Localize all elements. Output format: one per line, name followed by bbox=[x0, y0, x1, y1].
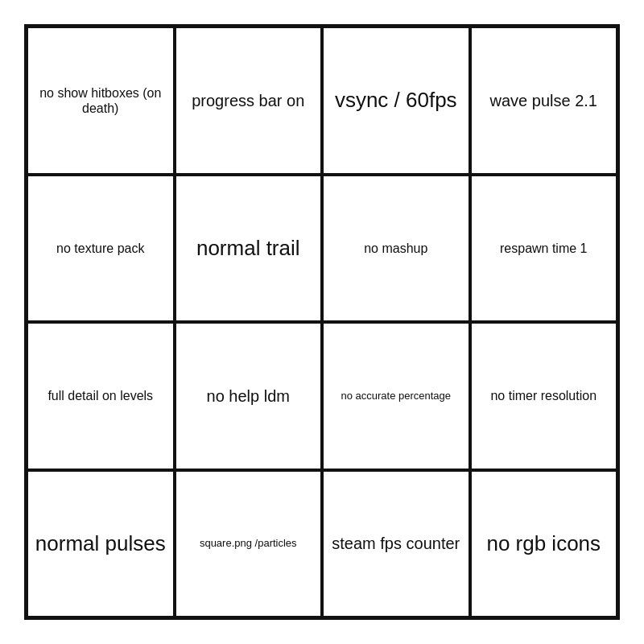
cell-label-r2c1: no help ldm bbox=[207, 386, 290, 406]
cell-label-r3c2: steam fps counter bbox=[332, 534, 460, 553]
cell-label-r3c0: normal pulses bbox=[35, 531, 166, 556]
bingo-cell-r3c1[interactable]: square.png /particles bbox=[175, 470, 323, 618]
bingo-cell-r2c2[interactable]: no accurate percentage bbox=[322, 322, 470, 470]
bingo-cell-r1c0[interactable]: no texture pack bbox=[27, 175, 175, 323]
bingo-cell-r0c0[interactable]: no show hitboxes (on death) bbox=[27, 27, 175, 175]
bingo-cell-r3c3[interactable]: no rgb icons bbox=[470, 470, 618, 618]
cell-label-r2c2: no accurate percentage bbox=[341, 390, 451, 402]
bingo-cell-r2c3[interactable]: no timer resolution bbox=[470, 322, 618, 470]
cell-label-r0c2: vsync / 60fps bbox=[335, 88, 457, 113]
cell-label-r0c1: progress bar on bbox=[192, 91, 304, 110]
cell-label-r3c1: square.png /particles bbox=[200, 537, 297, 550]
bingo-cell-r3c0[interactable]: normal pulses bbox=[27, 470, 175, 618]
bingo-grid: no show hitboxes (on death)progress bar … bbox=[27, 27, 617, 617]
bingo-board: no show hitboxes (on death)progress bar … bbox=[24, 24, 620, 620]
cell-label-r1c3: respawn time 1 bbox=[500, 241, 588, 256]
bingo-cell-r1c2[interactable]: no mashup bbox=[322, 175, 470, 323]
cell-label-r2c3: no timer resolution bbox=[490, 388, 597, 403]
bingo-cell-r0c2[interactable]: vsync / 60fps bbox=[322, 27, 470, 175]
cell-label-r1c2: no mashup bbox=[364, 241, 427, 256]
bingo-cell-r2c1[interactable]: no help ldm bbox=[175, 322, 323, 470]
bingo-cell-r1c3[interactable]: respawn time 1 bbox=[470, 175, 618, 323]
cell-label-r1c0: no texture pack bbox=[56, 241, 144, 256]
bingo-cell-r2c0[interactable]: full detail on levels bbox=[27, 322, 175, 470]
bingo-cell-r3c2[interactable]: steam fps counter bbox=[322, 470, 470, 618]
cell-label-r1c1: normal trail bbox=[196, 236, 300, 261]
cell-label-r0c3: wave pulse 2.1 bbox=[490, 91, 597, 110]
cell-label-r2c0: full detail on levels bbox=[47, 388, 153, 403]
bingo-cell-r0c3[interactable]: wave pulse 2.1 bbox=[470, 27, 618, 175]
bingo-cell-r1c1[interactable]: normal trail bbox=[175, 175, 323, 323]
cell-label-r0c0: no show hitboxes (on death) bbox=[35, 85, 167, 116]
cell-label-r3c3: no rgb icons bbox=[486, 531, 601, 556]
bingo-cell-r0c1[interactable]: progress bar on bbox=[175, 27, 323, 175]
